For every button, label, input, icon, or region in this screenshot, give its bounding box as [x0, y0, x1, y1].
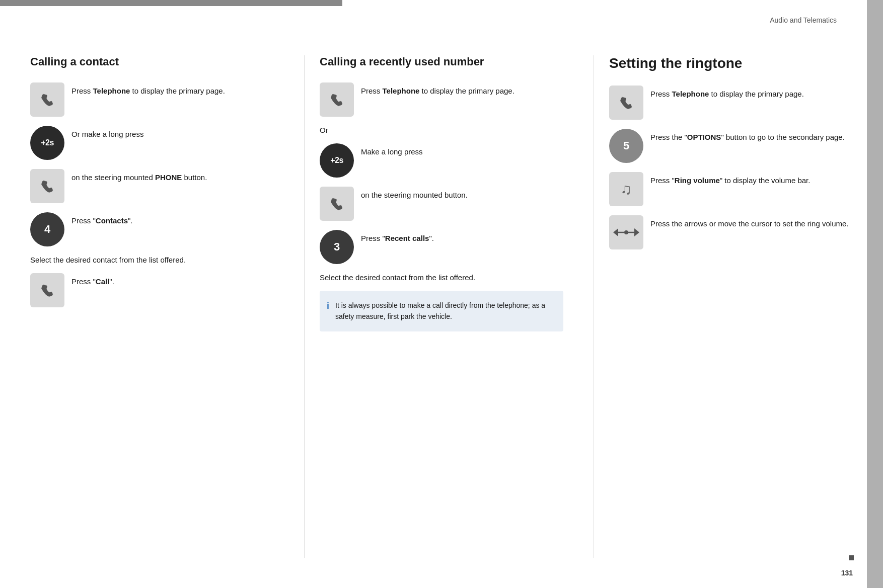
col3-step1-text: Press Telephone to display the primary p…: [650, 86, 853, 100]
col1-phone-icon-1: [30, 82, 64, 117]
svg-marker-3: [634, 228, 639, 236]
col2-title: Calling a recently used number: [320, 55, 563, 68]
col1-phone-icon-2: [30, 169, 64, 203]
col1-phone-icon-3: [30, 273, 64, 307]
header-title: Audio and Telematics: [770, 16, 837, 24]
col1-circle4-icon: 4: [30, 212, 64, 246]
col2-step2-text: Make a long press: [361, 143, 563, 158]
col2-step3-text: on the steering mounted button.: [361, 187, 563, 201]
col1-last-step: Press "Call".: [30, 273, 274, 307]
column-ringtone: Setting the ringtone Press Telephone to …: [609, 55, 853, 558]
col2-step2: +2s Make a long press: [320, 143, 563, 178]
col2-step4: 3 Press "Recent calls".: [320, 230, 563, 264]
page-number-marker: [849, 555, 854, 560]
top-bar: [0, 0, 342, 6]
col3-phone-icon-1: [609, 86, 643, 120]
col3-title: Setting the ringtone: [609, 55, 853, 71]
col3-step4: Press the arrows or move the cursor to s…: [609, 215, 853, 249]
col3-arrows-icon: [609, 215, 643, 249]
svg-marker-0: [613, 228, 618, 236]
col2-phone-icon-1: [320, 82, 354, 117]
page-number: 131: [841, 569, 853, 577]
info-box: i It is always possible to make a call d…: [320, 291, 563, 331]
main-content: Calling a contact Press Telephone to dis…: [30, 55, 853, 558]
col1-last-step-text: Press "Call".: [71, 273, 274, 288]
col1-step4: 4 Press "Contacts".: [30, 212, 274, 246]
col3-circle5-icon: 5: [609, 129, 643, 163]
col3-step2-text: Press the "OPTIONS" button to go to the …: [650, 129, 853, 143]
col1-plus2s-icon: +2s: [30, 126, 64, 160]
col1-step4-text: Press "Contacts".: [71, 212, 274, 227]
page-header: Audio and Telematics: [0, 6, 867, 34]
info-icon: i: [327, 301, 329, 322]
right-sidebar: [867, 0, 883, 588]
col3-step3: ♫ Press "Ring volume" to display the vol…: [609, 172, 853, 206]
col1-title: Calling a contact: [30, 55, 274, 68]
col3-step2: 5 Press the "OPTIONS" button to go to th…: [609, 129, 853, 163]
column-calling-contact: Calling a contact Press Telephone to dis…: [30, 55, 289, 558]
col2-phone-icon-2: [320, 187, 354, 221]
col2-select-text: Select the desired contact from the list…: [320, 273, 563, 282]
col2-or-text: Or: [320, 126, 563, 134]
col3-music-icon: ♫: [609, 172, 643, 206]
col1-step2-text: Or make a long press: [71, 126, 274, 140]
svg-point-2: [624, 230, 628, 234]
col2-step1-text: Press Telephone to display the primary p…: [361, 82, 563, 97]
col1-step1-text: Press Telephone to display the primary p…: [71, 82, 274, 97]
col2-step1: Press Telephone to display the primary p…: [320, 82, 563, 117]
divider-1: [304, 55, 305, 558]
col2-plus2s-icon: +2s: [320, 143, 354, 178]
col1-step2: +2s Or make a long press: [30, 126, 274, 160]
col1-step3: on the steering mounted PHONE button.: [30, 169, 274, 203]
col2-circle3-icon: 3: [320, 230, 354, 264]
info-text: It is always possible to make a call dir…: [335, 300, 554, 322]
col2-step4-text: Press "Recent calls".: [361, 230, 563, 244]
divider-2: [594, 55, 594, 558]
col3-step1: Press Telephone to display the primary p…: [609, 86, 853, 120]
col1-step3-text: on the steering mounted PHONE button.: [71, 169, 274, 184]
col1-step1: Press Telephone to display the primary p…: [30, 82, 274, 117]
col1-select-text: Select the desired contact from the list…: [30, 256, 274, 264]
col3-step3-text: Press "Ring volume" to display the volum…: [650, 172, 853, 187]
col2-step3: on the steering mounted button.: [320, 187, 563, 221]
col3-step4-text: Press the arrows or move the cursor to s…: [650, 215, 853, 230]
column-recently-used: Calling a recently used number Press Tel…: [320, 55, 578, 558]
